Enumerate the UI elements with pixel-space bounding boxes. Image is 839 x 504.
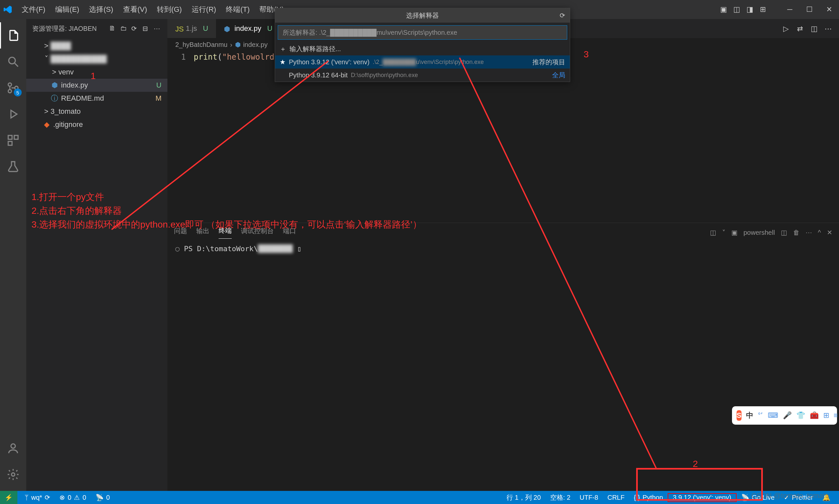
tree-label: README.md xyxy=(61,94,104,103)
menu-go[interactable]: 转到(G) xyxy=(152,3,186,16)
close-button[interactable]: ✕ xyxy=(819,0,839,19)
layout-customize-icon[interactable]: ⊞ xyxy=(759,5,767,14)
picker-enter-path[interactable]: ＋ 输入解释器路径... xyxy=(275,42,570,55)
more-icon[interactable]: ⋯ xyxy=(825,24,833,33)
chevron-down-icon[interactable]: ˅ xyxy=(722,229,725,236)
tree-file-gitignore[interactable]: ◆ .gitignore xyxy=(26,118,167,131)
search-icon[interactable] xyxy=(0,49,26,75)
trash-icon[interactable]: 🗑 xyxy=(793,229,800,236)
python-file-icon: ⬢ xyxy=(50,81,59,90)
ime-punct-icon[interactable]: °ʼ xyxy=(758,410,763,421)
menu-run[interactable]: 运行(R) xyxy=(187,3,221,16)
svg-rect-5 xyxy=(8,136,12,139)
collapse-icon[interactable]: ⊟ xyxy=(142,24,150,33)
git-status: U xyxy=(267,24,272,33)
new-folder-icon[interactable]: 🗀 xyxy=(120,24,128,33)
picker-item-venv[interactable]: ★ Python 3.9.12 ('venv': venv) .\2_█████… xyxy=(275,55,570,69)
picker-input[interactable]: 所选解释器: .\2_██████████mu\venv\Scripts\pyt… xyxy=(278,25,567,40)
remote-indicator[interactable]: ⚡ xyxy=(0,491,17,504)
breadcrumb-item[interactable]: 2_hyBatchDanmu xyxy=(175,41,227,49)
more-icon[interactable]: ⋯ xyxy=(154,24,161,33)
tab-1js[interactable]: JS 1.js U xyxy=(167,19,216,38)
run-icon[interactable]: ▷ xyxy=(783,24,791,33)
svg-point-0 xyxy=(9,57,15,64)
toggle-secondary-icon[interactable]: ◨ xyxy=(746,5,754,14)
radio-status[interactable]: 📡 0 xyxy=(91,493,115,501)
tree-folder[interactable]: > ████ xyxy=(26,39,167,52)
minimize-button[interactable]: ─ xyxy=(780,0,800,19)
picker-item-global[interactable]: Python 3.9.12 64-bit D:\soft\python\pyth… xyxy=(275,69,570,82)
toggle-panel-icon[interactable]: ▣ xyxy=(720,5,727,14)
ime-lang[interactable]: 中 xyxy=(746,411,753,420)
chevron-right-icon: > xyxy=(50,68,58,76)
cursor-position[interactable]: 行 1，列 20 xyxy=(502,493,545,502)
ime-mic-icon[interactable]: 🎤 xyxy=(783,410,792,421)
sogou-logo-icon: S xyxy=(737,410,741,421)
ime-tool-icon[interactable]: 🧰 xyxy=(810,410,819,421)
explorer-icon[interactable] xyxy=(0,22,26,49)
plus-icon: ＋ xyxy=(280,44,286,53)
extensions-icon[interactable] xyxy=(0,127,26,154)
tree-file-readme[interactable]: ⓘ README.md M xyxy=(26,92,167,105)
ime-settings-icon[interactable]: ≡ xyxy=(834,410,838,421)
close-panel-icon[interactable]: ✕ xyxy=(827,229,833,236)
eol-status[interactable]: CRLF xyxy=(603,493,629,502)
run-debug-icon[interactable] xyxy=(0,101,26,127)
annotation-3: 3 xyxy=(584,49,589,60)
testing-icon[interactable] xyxy=(0,154,26,180)
accounts-icon[interactable] xyxy=(0,435,26,461)
compare-icon[interactable]: ⇄ xyxy=(797,24,805,33)
tree-file-index-py[interactable]: ⬢ index.py U xyxy=(26,79,167,92)
info-file-icon: ⓘ xyxy=(50,93,59,103)
menu-view[interactable]: 查看(V) xyxy=(119,3,152,16)
tree-folder-tomato[interactable]: > 3_tomato xyxy=(26,105,167,118)
settings-gear-icon[interactable] xyxy=(0,461,26,488)
watermark: CSDN @tomato_tomato xyxy=(751,491,829,500)
split-icon[interactable]: ◫ xyxy=(811,24,819,33)
toggle-sidebar-icon[interactable]: ◫ xyxy=(733,5,740,14)
chevron-right-icon: > xyxy=(42,42,51,50)
problems-status[interactable]: ⊗ 0 ⚠ 0 xyxy=(55,493,90,501)
reload-icon[interactable]: ⟳ xyxy=(560,12,565,19)
encoding-status[interactable]: UTF-8 xyxy=(575,493,603,502)
svg-point-2 xyxy=(8,83,12,86)
menu-selection[interactable]: 选择(S) xyxy=(84,3,118,16)
svg-point-8 xyxy=(11,444,15,448)
menu-bar: 文件(F) 编辑(E) 选择(S) 查看(V) 转到(G) 运行(R) 终端(T… xyxy=(17,3,289,16)
terminal-body[interactable]: ○ PS D:\tomatoWork\████████ ▯ xyxy=(167,242,839,491)
panel-layout-icon[interactable]: ◫ xyxy=(710,229,716,236)
tree-folder[interactable]: ˅ ███████████ xyxy=(26,52,167,66)
source-control-icon[interactable]: 5 xyxy=(0,75,26,101)
refresh-icon[interactable]: ⟳ xyxy=(131,24,139,33)
more-icon[interactable]: ⋯ xyxy=(806,229,812,236)
tree-label: ████ xyxy=(51,42,71,50)
tree-folder-venv[interactable]: > venv xyxy=(26,66,167,79)
tab-index-py[interactable]: ⬢ index.py U xyxy=(216,19,280,38)
ime-more-icon[interactable]: ⊞ xyxy=(823,410,829,421)
tree-label: .gitignore xyxy=(53,120,83,129)
menu-edit[interactable]: 编辑(E) xyxy=(51,3,84,16)
js-file-icon: JS xyxy=(175,25,183,32)
vscode-logo-icon xyxy=(3,4,13,15)
layout-controls: ▣ ◫ ◨ ⊞ xyxy=(720,5,767,14)
git-status: M xyxy=(156,94,161,103)
ime-toolbar[interactable]: S 中 °ʼ ⌨ 🎤 👕 🧰 ⊞ ≡ xyxy=(732,406,837,425)
breadcrumb-item[interactable]: index.py xyxy=(243,41,268,49)
shell-label: powershell xyxy=(743,229,775,236)
indentation-status[interactable]: 空格: 2 xyxy=(546,493,575,502)
maximize-button[interactable]: ☐ xyxy=(800,0,819,19)
chevron-down-icon: ˅ xyxy=(42,55,51,63)
split-terminal-icon[interactable]: ◫ xyxy=(781,229,787,236)
menu-file[interactable]: 文件(F) xyxy=(17,3,50,16)
menu-terminal[interactable]: 终端(T) xyxy=(221,3,254,16)
explorer-sidebar: 资源管理器: JIAOBEN 🗎 🗀 ⟳ ⊟ ⋯ > ████ ˅ ██████… xyxy=(26,19,167,491)
maximize-panel-icon[interactable]: ^ xyxy=(818,229,821,236)
tree-label: venv xyxy=(58,68,73,76)
git-branch[interactable]: ᛘ wq* ⟳ xyxy=(20,493,55,501)
svg-rect-7 xyxy=(8,141,12,145)
annotation-box-2 xyxy=(636,468,763,501)
ime-skin-icon[interactable]: 👕 xyxy=(796,410,805,421)
new-file-icon[interactable]: 🗎 xyxy=(109,24,117,33)
tree-label: ███████████ xyxy=(51,55,107,63)
ime-keyboard-icon[interactable]: ⌨ xyxy=(768,410,778,421)
